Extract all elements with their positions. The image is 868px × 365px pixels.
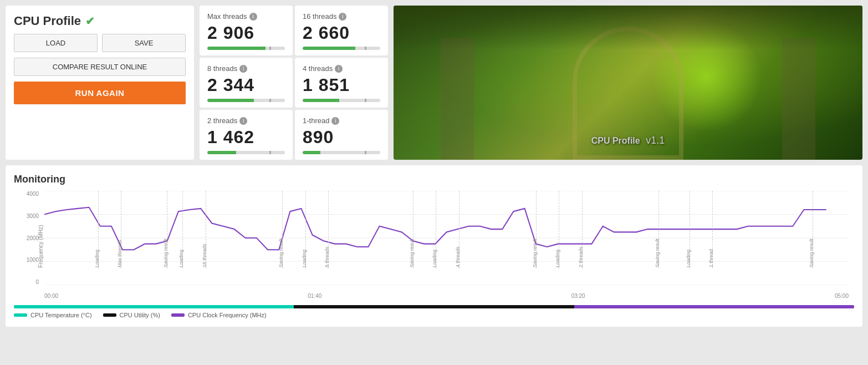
cpu-profile-label: CPU Profile <box>14 14 81 28</box>
legend-labels: CPU Temperature (°C) CPU Utility (%) CPU… <box>14 312 854 318</box>
score-label-8-threads: 8 threads i <box>207 64 285 73</box>
score-bar-4-threads <box>303 99 380 102</box>
utility-legend: CPU Utility (%) <box>103 312 160 318</box>
temp-label: CPU Temperature (°C) <box>30 312 92 318</box>
score-card-max-threads: Max threads i 2 906 <box>200 6 293 55</box>
cpu-profile-title: CPU Profile ✔ <box>14 14 186 28</box>
score-label-16-threads: 16 threads i <box>303 12 380 21</box>
score-bar-fill-8-threads <box>207 99 254 102</box>
banner-title: CPU Profile v1.1 <box>580 114 676 160</box>
score-bar-marker-4-threads <box>365 99 366 102</box>
legend-bar <box>14 305 854 308</box>
info-icon-8-threads[interactable]: i <box>239 65 247 73</box>
run-again-button[interactable]: RUN AGAIN <box>14 82 186 104</box>
score-bar-fill-4-threads <box>303 99 339 102</box>
score-value-4-threads: 1 851 <box>303 75 380 95</box>
score-bar-marker-2-threads <box>269 151 271 154</box>
score-bar-fill-max-threads <box>207 47 265 50</box>
frequency-chart <box>44 191 849 285</box>
score-bar-fill-1-thread <box>303 151 320 154</box>
freq-legend-bar <box>574 305 854 308</box>
temp-color <box>14 313 27 317</box>
score-bar-marker-max-threads <box>269 47 271 50</box>
temp-legend-bar <box>14 305 294 308</box>
compare-button[interactable]: COMPARE RESULT ONLINE <box>14 58 186 76</box>
left-panel: CPU Profile ✔ LOAD SAVE COMPARE RESULT O… <box>6 6 194 160</box>
monitoring-title: Monitoring <box>14 174 854 185</box>
score-label-4-threads: 4 threads i <box>303 64 380 73</box>
banner-heading: CPU Profile v1.1 <box>591 125 665 149</box>
score-bar-8-threads <box>207 99 285 102</box>
freq-label: CPU Clock Frequency (MHz) <box>188 312 267 318</box>
info-icon-max-threads[interactable]: i <box>249 13 257 21</box>
chart-area: 4000 3000 2000 1000 0 Frequency (MHz) Lo… <box>14 191 854 302</box>
score-bar-1-thread <box>303 151 380 154</box>
score-bar-max-threads <box>207 47 285 50</box>
save-button[interactable]: SAVE <box>102 34 186 52</box>
check-icon: ✔ <box>85 14 95 28</box>
score-card-1-thread: 1-thread i 890 <box>295 110 388 160</box>
score-grid: Max threads i 2 906 16 threads i 2 660 8… <box>200 6 388 160</box>
info-icon-1-thread[interactable]: i <box>331 117 339 125</box>
x-axis: 00:00 01:40 03:20 05:00 <box>44 293 849 299</box>
score-card-16-threads: 16 threads i 2 660 <box>295 6 388 55</box>
temp-legend: CPU Temperature (°C) <box>14 312 92 318</box>
utility-color <box>103 313 116 317</box>
score-value-max-threads: 2 906 <box>207 23 285 43</box>
score-bar-2-threads <box>207 151 285 154</box>
score-bar-marker-16-threads <box>365 47 366 50</box>
banner: CPU Profile v1.1 <box>394 6 862 160</box>
utility-legend-bar <box>294 305 574 308</box>
score-bar-marker-8-threads <box>269 99 271 102</box>
score-bar-16-threads <box>303 47 380 50</box>
info-icon-2-threads[interactable]: i <box>239 117 247 125</box>
score-bar-fill-2-threads <box>207 151 236 154</box>
info-icon-4-threads[interactable]: i <box>335 65 343 73</box>
score-value-16-threads: 2 660 <box>303 23 380 43</box>
y-axis-label: Frequency (MHz) <box>38 225 44 267</box>
info-icon-16-threads[interactable]: i <box>339 13 346 21</box>
score-label-max-threads: Max threads i <box>207 12 285 21</box>
freq-legend: CPU Clock Frequency (MHz) <box>171 312 267 318</box>
score-label-2-threads: 2 threads i <box>207 116 285 125</box>
utility-label: CPU Utility (%) <box>120 312 160 318</box>
load-button[interactable]: LOAD <box>14 34 98 52</box>
score-value-8-threads: 2 344 <box>207 75 285 95</box>
score-bar-marker-1-thread <box>365 151 366 154</box>
score-label-1-thread: 1-thread i <box>303 116 380 125</box>
score-card-8-threads: 8 threads i 2 344 <box>200 58 293 108</box>
score-value-1-thread: 890 <box>303 127 380 148</box>
freq-color <box>171 313 185 317</box>
action-buttons-row: LOAD SAVE <box>14 34 186 52</box>
score-bar-fill-16-threads <box>303 47 355 50</box>
monitoring-section: Monitoring 4000 3000 2000 1000 0 Frequen… <box>6 165 862 327</box>
score-card-4-threads: 4 threads i 1 851 <box>295 58 388 108</box>
chart-inner: LoadingMax threadsSaving resultLoading16… <box>44 191 849 285</box>
score-value-2-threads: 1 462 <box>207 127 285 148</box>
score-card-2-threads: 2 threads i 1 462 <box>200 110 293 160</box>
